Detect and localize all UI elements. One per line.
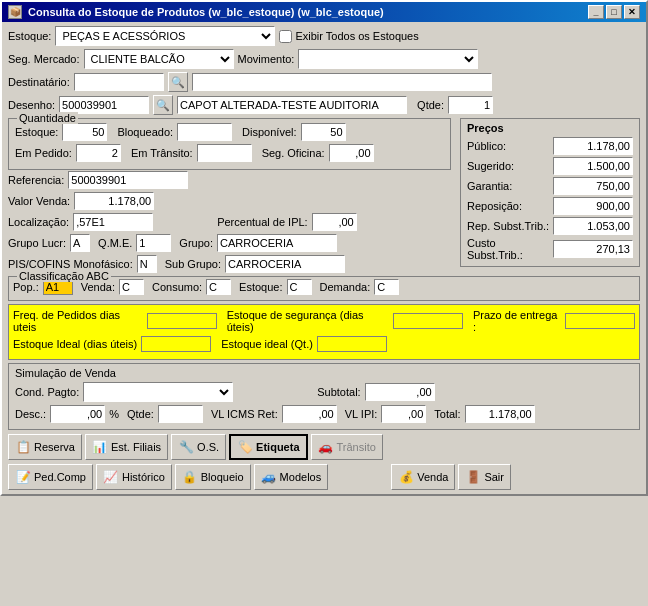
- referencia-row: Referencia:: [8, 171, 451, 189]
- destinatario-search-button[interactable]: 🔍: [168, 72, 188, 92]
- disponivel-input[interactable]: [301, 123, 346, 141]
- minimize-button[interactable]: _: [588, 5, 604, 19]
- venda-label: Venda: [417, 471, 448, 483]
- consumo-input[interactable]: [206, 279, 231, 295]
- freq-input[interactable]: [147, 313, 217, 329]
- historico-button[interactable]: 📈 Histórico: [96, 464, 172, 490]
- sair-button[interactable]: 🚪 Sair: [458, 464, 511, 490]
- form-content: Estoque: PEÇAS E ACESSÓRIOS Exibir Todos…: [2, 22, 646, 494]
- referencia-input[interactable]: [68, 171, 188, 189]
- estq-idealqt-input[interactable]: [317, 336, 387, 352]
- em-transito-input[interactable]: [197, 144, 252, 162]
- quantidade-section: Quantidade Estoque: Bloqueado: Disponíve…: [8, 118, 451, 276]
- modelos-button[interactable]: 🚙 Modelos: [254, 464, 329, 490]
- modelos-label: Modelos: [280, 471, 322, 483]
- destinatario-input[interactable]: [74, 73, 164, 91]
- pis-cofins-input[interactable]: [137, 255, 157, 273]
- preco-custo-subst-row: Custo Subst.Trib.:: [467, 237, 633, 261]
- ped-comp-button[interactable]: 📝 Ped.Comp: [8, 464, 93, 490]
- demanda-input[interactable]: [374, 279, 399, 295]
- qtde-label: Qtde:: [417, 99, 444, 111]
- em-pedido-input[interactable]: [76, 144, 121, 162]
- cond-pagto-label: Cond. Pagto:: [15, 386, 79, 398]
- preco-publico-input[interactable]: [553, 137, 633, 155]
- desenho-search-button[interactable]: 🔍: [153, 95, 173, 115]
- grupo-input[interactable]: [217, 234, 337, 252]
- percentual-ipl-input[interactable]: [312, 213, 357, 231]
- maximize-button[interactable]: □: [606, 5, 622, 19]
- bloqueio-button[interactable]: 🔒 Bloqueio: [175, 464, 251, 490]
- venda-button[interactable]: 💰 Venda: [391, 464, 455, 490]
- estq-seg-input[interactable]: [393, 313, 463, 329]
- preco-custo-subst-label: Custo Subst.Trib.:: [467, 237, 553, 261]
- vl-icms-input[interactable]: [282, 405, 337, 423]
- sair-icon: 🚪: [465, 469, 481, 485]
- subtotal-label: Subtotal:: [317, 386, 360, 398]
- estoque-qty-input[interactable]: [62, 123, 107, 141]
- qtde-input[interactable]: [448, 96, 493, 114]
- sub-grupo-label: Sub Grupo:: [165, 258, 221, 270]
- qtde-sim-label: Qtde:: [127, 408, 154, 420]
- reserva-button[interactable]: 📋 Reserva: [8, 434, 82, 460]
- sub-grupo-input[interactable]: [225, 255, 345, 273]
- sim-venda-section: Simulação de Venda Cond. Pagto: Subtotal…: [8, 363, 640, 430]
- preco-garantia-row: Garantia:: [467, 177, 633, 195]
- descricao-input[interactable]: [177, 96, 407, 114]
- preco-custo-subst-input[interactable]: [553, 240, 633, 258]
- grupo-lucr-input[interactable]: [70, 234, 90, 252]
- preco-rep-subst-row: Rep. Subst.Trib.:: [467, 217, 633, 235]
- prazo-input[interactable]: [565, 313, 635, 329]
- quantidade-title: Quantidade: [17, 112, 78, 124]
- desenho-label: Desenho:: [8, 99, 55, 111]
- estoque-abc-input[interactable]: [287, 279, 312, 295]
- estq-bloqueado-row: Estoque: Bloqueado: Disponível:: [15, 123, 444, 141]
- desc-pct: %: [109, 408, 119, 420]
- bloqueado-input[interactable]: [177, 123, 232, 141]
- seg-mercado-label: Seg. Mercado:: [8, 53, 80, 65]
- em-transito-label: Em Trânsito:: [131, 147, 193, 159]
- total-input[interactable]: [465, 405, 535, 423]
- reserva-label: Reserva: [34, 441, 75, 453]
- em-pedido-row: Em Pedido: Em Trânsito: Seg. Oficina:: [15, 144, 444, 162]
- destinatario-name-input[interactable]: [192, 73, 492, 91]
- os-button[interactable]: 🔧 O.S.: [171, 434, 226, 460]
- quantidade-group: Quantidade Estoque: Bloqueado: Disponíve…: [8, 118, 451, 170]
- titlebar-buttons: _ □ ✕: [588, 5, 640, 19]
- preco-garantia-input[interactable]: [553, 177, 633, 195]
- seg-oficina-input[interactable]: [329, 144, 374, 162]
- desc-row: Desc.: % Qtde: VL ICMS Ret: VL IPI: Tota…: [15, 405, 633, 423]
- qtde-sim-input[interactable]: [158, 405, 203, 423]
- titlebar-left: 📦 Consulta do Estoque de Produtos (w_blc…: [8, 5, 384, 19]
- qme-input[interactable]: [136, 234, 171, 252]
- preco-reposicao-input[interactable]: [553, 197, 633, 215]
- etiqueta-button[interactable]: 🏷️ Etiqueta: [229, 434, 307, 460]
- preco-sugerido-label: Sugerido:: [467, 160, 514, 172]
- historico-label: Histórico: [122, 471, 165, 483]
- venda-abc-input[interactable]: [119, 279, 144, 295]
- percentual-ipl-label: Percentual de IPL:: [217, 216, 308, 228]
- preco-reposicao-row: Reposição:: [467, 197, 633, 215]
- seg-mercado-select[interactable]: CLIENTE BALCÃO: [84, 49, 234, 69]
- abc-title: Classificação ABC: [17, 270, 111, 282]
- cond-pagto-select[interactable]: [83, 382, 233, 402]
- estq-ideal-input[interactable]: [141, 336, 211, 352]
- preco-rep-subst-input[interactable]: [553, 217, 633, 235]
- estoque-select[interactable]: PEÇAS E ACESSÓRIOS: [55, 26, 275, 46]
- buttons-row2: 📝 Ped.Comp 📈 Histórico 🔒 Bloqueio 🚙 Mode…: [8, 464, 640, 490]
- desc-input[interactable]: [50, 405, 105, 423]
- qtd-prices-section: Quantidade Estoque: Bloqueado: Disponíve…: [8, 118, 640, 276]
- transito-label: Trânsito: [337, 441, 376, 453]
- est-filiais-label: Est. Filiais: [111, 441, 161, 453]
- movimento-select[interactable]: [298, 49, 478, 69]
- localizacao-row: Localização: Percentual de IPL:: [8, 213, 451, 231]
- localizacao-input[interactable]: [73, 213, 153, 231]
- close-button[interactable]: ✕: [624, 5, 640, 19]
- subtotal-input[interactable]: [365, 383, 435, 401]
- valor-venda-input[interactable]: [74, 192, 154, 210]
- vl-ipi-input[interactable]: [381, 405, 426, 423]
- buttons-row1: 📋 Reserva 📊 Est. Filiais 🔧 O.S. 🏷️ Etiqu…: [8, 434, 640, 460]
- exibir-todos-checkbox[interactable]: [279, 30, 292, 43]
- estq-idealqt-label: Estoque ideal (Qt.): [221, 338, 313, 350]
- est-filiais-button[interactable]: 📊 Est. Filiais: [85, 434, 168, 460]
- preco-sugerido-input[interactable]: [553, 157, 633, 175]
